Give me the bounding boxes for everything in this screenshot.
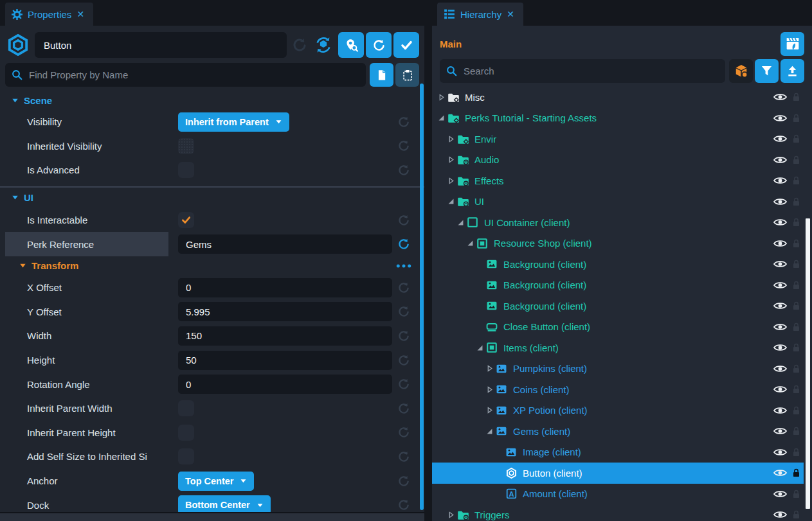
eye-icon[interactable] bbox=[773, 239, 787, 248]
rotation-angle-input[interactable] bbox=[178, 375, 392, 394]
tree-row[interactable]: Background (client) bbox=[432, 296, 804, 317]
lock-locked-icon[interactable] bbox=[790, 468, 802, 478]
lock-unlocked-icon[interactable] bbox=[790, 113, 802, 123]
inherit-parent-height-checkbox[interactable] bbox=[178, 425, 194, 441]
undo-icon[interactable] bbox=[390, 116, 417, 128]
find-property-input[interactable] bbox=[28, 69, 359, 81]
sync-asset-icon[interactable] bbox=[312, 36, 334, 54]
eye-icon[interactable] bbox=[773, 490, 787, 499]
eye-icon[interactable] bbox=[773, 301, 787, 310]
locate-in-scene-button[interactable] bbox=[338, 32, 364, 58]
eye-icon[interactable] bbox=[773, 385, 787, 394]
expander-expanded-icon[interactable] bbox=[436, 114, 446, 121]
upload-button[interactable] bbox=[780, 59, 804, 83]
undo-icon[interactable] bbox=[390, 215, 417, 226]
undo-icon[interactable] bbox=[390, 378, 417, 390]
perk-reference-input[interactable] bbox=[178, 234, 392, 254]
lock-unlocked-icon[interactable] bbox=[790, 175, 802, 186]
world-capture-button[interactable] bbox=[780, 32, 804, 56]
lock-unlocked-icon[interactable] bbox=[790, 238, 802, 249]
section-ui[interactable]: UI bbox=[0, 186, 424, 208]
tree-row[interactable]: Items (client) bbox=[432, 337, 804, 358]
eye-icon[interactable] bbox=[773, 218, 787, 227]
tree-row[interactable]: Background (client) bbox=[432, 275, 804, 296]
filter-button[interactable] bbox=[755, 59, 779, 83]
eye-icon[interactable] bbox=[773, 468, 787, 477]
tree-row[interactable]: Pumpkins (client) bbox=[432, 358, 804, 380]
eye-icon[interactable] bbox=[773, 322, 787, 331]
expander-expanded-icon[interactable] bbox=[465, 240, 475, 247]
inherited-visibility-checkbox[interactable] bbox=[178, 138, 194, 154]
eye-icon[interactable] bbox=[773, 448, 787, 457]
panel-divider[interactable] bbox=[424, 0, 432, 521]
tree-row[interactable]: Gems (client) bbox=[432, 421, 804, 442]
lock-unlocked-icon[interactable] bbox=[790, 342, 802, 353]
lock-unlocked-icon[interactable] bbox=[790, 405, 802, 416]
tree-row[interactable]: Resource Shop (client) bbox=[432, 233, 804, 254]
lock-unlocked-icon[interactable] bbox=[790, 155, 802, 165]
expander-collapsed-icon[interactable] bbox=[446, 136, 456, 143]
section-expander-icon[interactable] bbox=[19, 262, 26, 269]
tree-row[interactable]: Audio bbox=[432, 150, 804, 171]
eye-icon[interactable] bbox=[773, 427, 787, 436]
lock-unlocked-icon[interactable] bbox=[790, 364, 802, 374]
section-expander-icon[interactable] bbox=[12, 97, 19, 104]
anchor-dropdown[interactable]: Top Center bbox=[178, 472, 254, 491]
eye-icon[interactable] bbox=[773, 114, 787, 123]
lock-unlocked-icon[interactable] bbox=[790, 280, 802, 290]
tree-row[interactable]: Background (client) bbox=[432, 254, 804, 275]
apply-button[interactable] bbox=[393, 32, 419, 58]
expander-collapsed-icon[interactable] bbox=[484, 407, 494, 414]
expander-collapsed-icon[interactable] bbox=[446, 177, 456, 184]
lock-unlocked-icon[interactable] bbox=[790, 197, 802, 207]
is-interactable-checkbox[interactable] bbox=[178, 212, 194, 228]
add-self-size-to-inherited-si-checkbox[interactable] bbox=[178, 448, 194, 464]
undo-icon[interactable] bbox=[390, 306, 417, 317]
tab-hierarchy[interactable]: Hierarchy ✕ bbox=[437, 3, 523, 26]
expander-collapsed-icon[interactable] bbox=[446, 511, 456, 518]
undo-icon[interactable] bbox=[390, 330, 417, 342]
undo-icon[interactable] bbox=[390, 427, 417, 438]
tree-row[interactable]: Perks Tutorial - Starting Assets bbox=[432, 108, 804, 129]
undo-icon[interactable] bbox=[390, 451, 417, 463]
expander-expanded-icon[interactable] bbox=[484, 428, 494, 435]
expander-expanded-icon[interactable] bbox=[455, 219, 465, 226]
lock-unlocked-icon[interactable] bbox=[790, 384, 802, 394]
hierarchy-search-input[interactable] bbox=[462, 65, 719, 77]
lock-unlocked-icon[interactable] bbox=[790, 447, 802, 457]
tree-row[interactable]: UI Container (client) bbox=[432, 212, 804, 233]
eye-icon[interactable] bbox=[773, 197, 787, 206]
expander-collapsed-icon[interactable] bbox=[484, 365, 494, 372]
section-transform[interactable]: Transform bbox=[0, 256, 424, 276]
undo-icon[interactable] bbox=[390, 475, 417, 487]
properties-scrollbar[interactable] bbox=[420, 84, 424, 510]
eye-icon[interactable] bbox=[773, 510, 787, 519]
expander-collapsed-icon[interactable] bbox=[436, 94, 446, 101]
tree-row[interactable]: Effects bbox=[432, 170, 804, 191]
eye-icon[interactable] bbox=[773, 134, 787, 143]
entity-name-input[interactable] bbox=[35, 32, 287, 58]
expander-expanded-icon[interactable] bbox=[474, 344, 485, 351]
lock-unlocked-icon[interactable] bbox=[790, 489, 802, 499]
x-offset-input[interactable] bbox=[178, 278, 392, 297]
expander-collapsed-icon[interactable] bbox=[446, 156, 456, 163]
tree-row[interactable]: Misc bbox=[432, 87, 804, 108]
lock-unlocked-icon[interactable] bbox=[790, 259, 802, 269]
eye-icon[interactable] bbox=[773, 281, 787, 290]
lock-unlocked-icon[interactable] bbox=[790, 322, 802, 332]
tree-row[interactable]: XP Potion (client) bbox=[432, 400, 804, 421]
undo-icon[interactable] bbox=[390, 164, 417, 176]
lock-unlocked-icon[interactable] bbox=[790, 134, 802, 144]
undo-icon[interactable] bbox=[390, 140, 417, 152]
hierarchy-scrollbar[interactable] bbox=[806, 218, 810, 509]
height-input[interactable] bbox=[178, 351, 392, 370]
undo-icon[interactable] bbox=[390, 499, 417, 511]
inherit-parent-width-checkbox[interactable] bbox=[178, 400, 194, 416]
is-advanced-checkbox[interactable] bbox=[178, 162, 194, 178]
tree-row[interactable]: AAmount (client) bbox=[432, 484, 804, 505]
visibility-dropdown[interactable]: Inherit from Parent bbox=[178, 112, 289, 132]
lock-unlocked-icon[interactable] bbox=[790, 509, 802, 520]
section-expander-icon[interactable] bbox=[12, 194, 19, 201]
revert-button[interactable] bbox=[366, 32, 392, 58]
tab-properties[interactable]: Properties ✕ bbox=[5, 3, 93, 26]
